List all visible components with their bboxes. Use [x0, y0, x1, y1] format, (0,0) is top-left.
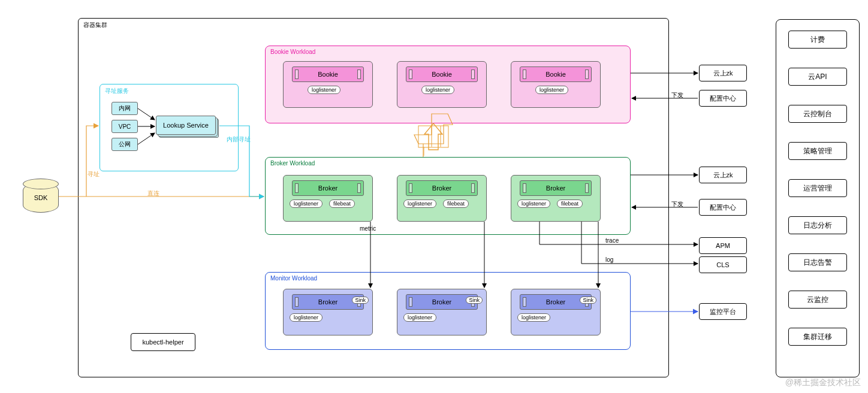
loglistener-tag: loglistener — [403, 313, 436, 322]
vpc-box: VPC — [111, 120, 138, 133]
label-deliver: 下发 — [671, 200, 683, 208]
panel-item: 云API — [788, 68, 847, 86]
sink-tag: Sink — [580, 297, 596, 304]
bookie-workload-label: Bookie Workload — [270, 49, 315, 55]
bookie-box: Bookie — [520, 66, 592, 82]
loglistener-tag: loglistener — [535, 86, 568, 94]
apm-box: APM — [699, 237, 747, 254]
broker-pod: Brokerloglistenerfilebeat — [397, 175, 487, 222]
lookup-service-title: 寻址服务 — [100, 84, 238, 98]
broker-pod: Brokerloglistenerfilebeat — [283, 175, 373, 222]
sdk-cylinder: SDK — [23, 183, 59, 213]
watermark: @稀土掘金技术社区 — [785, 377, 861, 388]
filebeat-tag: filebeat — [557, 199, 583, 208]
label-addr: 寻址 — [88, 170, 100, 179]
panel-item: 云控制台 — [788, 105, 847, 123]
lookup-service-box: Lookup Service — [156, 116, 216, 135]
label-deliver: 下发 — [671, 91, 683, 99]
broker-box: Broker — [292, 180, 364, 196]
config-center-box: 配置中心 — [699, 199, 747, 216]
monitor-workload-label: Monitor Workload — [270, 275, 317, 282]
label-trace: trace — [605, 237, 619, 244]
bookie-box: Bookie — [406, 66, 478, 82]
lookup-service-label: Lookup Service — [163, 122, 209, 129]
loglistener-tag: loglistener — [290, 313, 323, 322]
sink-tag: Sink — [466, 297, 483, 304]
container-cluster-label: 容器集群 — [83, 21, 107, 29]
config-center-box: 配置中心 — [699, 90, 747, 107]
sdk-label: SDK — [34, 194, 48, 201]
label-direct: 直连 — [147, 189, 159, 198]
loglistener-tag: loglistener — [517, 199, 550, 208]
loglistener-tag: loglistener — [517, 313, 550, 322]
loglistener-tag: loglistener — [421, 86, 454, 94]
broker-workload-label: Broker Workload — [270, 160, 315, 167]
panel-item: 策略管理 — [788, 142, 847, 160]
kubectl-helper-box: kubectl-helper — [131, 333, 195, 351]
label-metric: metric — [360, 225, 376, 232]
loglistener-tag: loglistener — [290, 199, 323, 208]
label-log: log — [605, 256, 613, 263]
public-box: 公网 — [111, 138, 138, 151]
sink-tag: Sink — [352, 297, 369, 304]
right-panel: 计费 云API 云控制台 策略管理 运营管理 日志分析 日志告警 云监控 集群迁… — [776, 19, 860, 377]
broker-pod: Brokerloglistenerfilebeat — [511, 175, 601, 222]
monitor-pod: BrokerSinkloglistener — [283, 289, 373, 335]
filebeat-tag: filebeat — [329, 199, 355, 208]
filebeat-tag: filebeat — [443, 199, 469, 208]
broker-box: Broker — [406, 180, 478, 196]
loglistener-tag: loglistener — [308, 86, 340, 94]
bookie-pod: Bookieloglistener — [511, 61, 601, 108]
cloud-zk-box: 云上zk — [699, 65, 747, 81]
intranet-box: 内网 — [111, 102, 138, 115]
panel-item: 运营管理 — [788, 179, 847, 197]
panel-item: 云监控 — [788, 291, 847, 309]
panel-item: 计费 — [788, 31, 847, 49]
bookie-pod: Bookieloglistener — [397, 61, 487, 108]
cls-box: CLS — [699, 256, 747, 273]
panel-item: 日志告警 — [788, 253, 847, 271]
monitor-platform-box: 监控平台 — [699, 303, 747, 320]
panel-item: 日志分析 — [788, 216, 847, 234]
monitor-pod: BrokerSinkloglistener — [397, 289, 487, 335]
bookie-box: Bookie — [292, 66, 364, 82]
broker-box: Broker — [520, 180, 592, 196]
panel-item: 集群迁移 — [788, 328, 847, 346]
loglistener-tag: loglistener — [403, 199, 436, 208]
label-internal-addr: 内部寻址 — [227, 135, 251, 144]
bookie-pod: Bookieloglistener — [283, 61, 373, 108]
monitor-pod: BrokerSinkloglistener — [511, 289, 601, 335]
cloud-zk-box: 云上zk — [699, 167, 747, 183]
